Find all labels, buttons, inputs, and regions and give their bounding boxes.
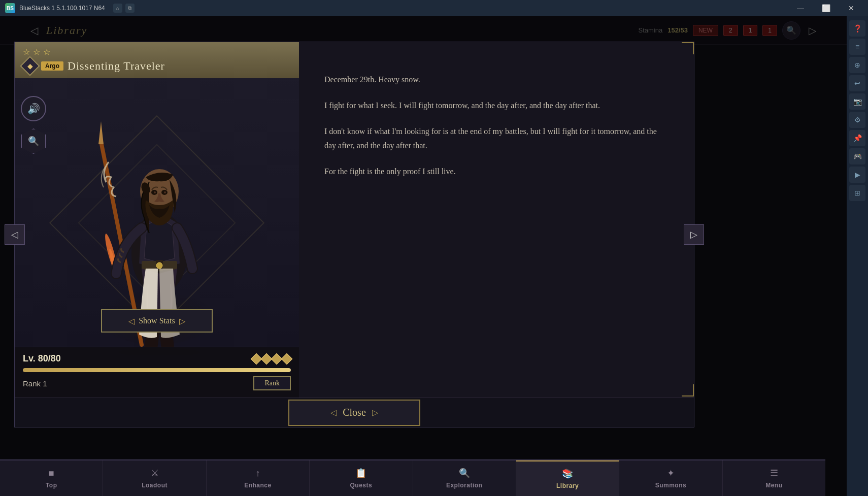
char-name-row: ◆ Argo Dissenting Traveler [23, 59, 291, 73]
bottom-nav: ■ Top ⚔ Loadout ↑ Enhance 📋 Quests 🔍 Exp… [0, 459, 825, 496]
nav-loadout-label: Loadout [142, 482, 168, 489]
home-icon[interactable]: ⌂ [113, 4, 122, 13]
left-arrow-icon: ◁ [128, 316, 135, 326]
nav-item-menu[interactable]: ☰ Menu [723, 460, 825, 496]
menu-icon: ☰ [770, 468, 778, 479]
nav-item-loadout[interactable]: ⚔ Loadout [103, 460, 206, 496]
enhance-icon: ↑ [255, 468, 260, 479]
char-fullname: Dissenting Traveler [68, 59, 165, 73]
loadout-icon: ⚔ [151, 468, 159, 479]
nav-top-label: Top [46, 482, 57, 489]
level-area: Lv. 80/80 Rank 1 [15, 347, 299, 398]
show-stats-label: Show Stats [139, 316, 175, 325]
nav-quests-label: Quests [350, 482, 372, 489]
stars-row: ☆ ☆ ☆ [23, 47, 291, 57]
bs-tool-add[interactable]: ⊕ [849, 57, 865, 73]
rank-text: Rank 1 [23, 379, 47, 388]
level-text: Lv. 80/80 [23, 353, 61, 364]
bs-tool-menu[interactable]: ≡ [849, 39, 865, 55]
lore-paragraph-3: I don't know if what I'm looking for is … [324, 124, 669, 152]
nav-item-top[interactable]: ■ Top [0, 460, 103, 496]
bs-tool-pin[interactable]: 📌 [849, 130, 865, 146]
nav-summons-label: Summons [655, 482, 687, 489]
bluestacks-sidebar: ❓ ≡ ⊕ ↩ 📷 ⚙ 📌 🎮 ▶ ⊞ [847, 16, 868, 496]
titlebar-icons: ⌂ ⧉ [113, 4, 135, 13]
sound-button[interactable]: 🔊 [21, 96, 46, 121]
nav-item-quests[interactable]: 📋 Quests [310, 460, 413, 496]
class-icon-symbol: ◆ [27, 62, 33, 70]
window-controls: — ⬜ ✕ [789, 0, 863, 16]
right-arrow-icon: ▷ [179, 316, 185, 326]
bs-tool-camera[interactable]: 📷 [849, 93, 865, 110]
top-icon: ■ [49, 468, 54, 479]
level-bar-fill [23, 368, 291, 372]
lore-paragraph-1: December 29th. Heavy snow. [324, 73, 669, 86]
corner-decoration-br [682, 384, 694, 396]
star-2: ☆ [33, 47, 40, 57]
show-stats-button[interactable]: ◁ Show Stats ▷ [101, 309, 213, 333]
bs-tool-settings[interactable]: ⚙ [849, 112, 865, 128]
minimize-button[interactable]: — [789, 0, 812, 16]
bs-tool-back[interactable]: ↩ [849, 75, 865, 91]
nav-enhance-label: Enhance [244, 482, 272, 489]
nav-library-label: Library [556, 482, 579, 489]
character-panel: ☆ ☆ ☆ ◆ Argo Dissenting Traveler [15, 42, 299, 398]
star-3: ☆ [43, 47, 50, 57]
quests-icon: 📋 [355, 468, 366, 479]
game-area: ◁ Library Stamina 152/53 NEW 2 1 1 🔍 ▷ ◁… [0, 16, 868, 496]
maximize-button[interactable]: ⬜ [814, 0, 838, 16]
modal-inner: ☆ ☆ ☆ ◆ Argo Dissenting Traveler [15, 42, 694, 398]
titlebar: BS BlueStacks 1 5.1.100.1017 N64 ⌂ ⧉ — ⬜… [0, 0, 868, 16]
star-1: ☆ [23, 47, 30, 57]
library-icon: 📚 [562, 468, 573, 479]
modal-nav-left-button[interactable]: ◁ [5, 224, 25, 245]
bs-tool-help[interactable]: ❓ [849, 20, 865, 37]
svg-point-16 [156, 262, 162, 269]
nav-item-exploration[interactable]: 🔍 Exploration [413, 460, 516, 496]
svg-point-15 [164, 191, 166, 193]
nav-exploration-label: Exploration [446, 482, 483, 489]
close-label: Close [343, 407, 366, 418]
lore-paragraph-4: For the fight is the only proof I still … [324, 164, 669, 178]
svg-point-14 [154, 191, 156, 193]
card-header: ☆ ☆ ☆ ◆ Argo Dissenting Traveler [15, 42, 299, 78]
bluestacks-logo: BS [5, 3, 15, 13]
copy-icon[interactable]: ⧉ [125, 4, 135, 13]
close-btn-area: Close [15, 398, 694, 427]
character-modal: ◁ ▷ ☆ ☆ ☆ ◆ [14, 42, 694, 427]
game-content: ◁ Library Stamina 152/53 NEW 2 1 1 🔍 ▷ ◁… [0, 16, 847, 496]
rank-button[interactable]: Rank [253, 376, 291, 390]
nav-item-enhance[interactable]: ↑ Enhance [207, 460, 310, 496]
class-icon: ◆ [20, 56, 40, 76]
enchant-diamond-4 [281, 353, 293, 365]
modal-nav-right-button[interactable]: ▷ [684, 224, 704, 245]
app-title: BlueStacks 1 5.1.100.1017 N64 [19, 5, 105, 12]
close-button[interactable]: Close [288, 400, 420, 426]
level-row: Lv. 80/80 [23, 353, 291, 364]
summons-icon: ✦ [667, 468, 675, 479]
bs-tool-play[interactable]: ▶ [849, 167, 865, 183]
bs-tool-grid[interactable]: ⊞ [849, 185, 865, 201]
enchant-diamonds [252, 355, 291, 363]
level-bar-bg [23, 368, 291, 372]
char-tag: Argo [41, 61, 63, 71]
bs-tool-gamepad[interactable]: 🎮 [849, 148, 865, 164]
nav-menu-label: Menu [765, 482, 782, 489]
corner-decoration-tr [682, 42, 694, 54]
close-window-button[interactable]: ✕ [840, 0, 863, 16]
nav-item-summons[interactable]: ✦ Summons [619, 460, 722, 496]
nav-item-library[interactable]: 📚 Library [516, 460, 619, 496]
svg-marker-3 [98, 121, 104, 144]
lore-paragraph-2: I fight for what I seek. I will fight to… [324, 98, 669, 112]
rank-row: Rank 1 Rank [23, 376, 291, 390]
lore-text-panel: December 29th. Heavy snow. I fight for w… [299, 42, 694, 398]
exploration-icon: 🔍 [459, 468, 470, 479]
